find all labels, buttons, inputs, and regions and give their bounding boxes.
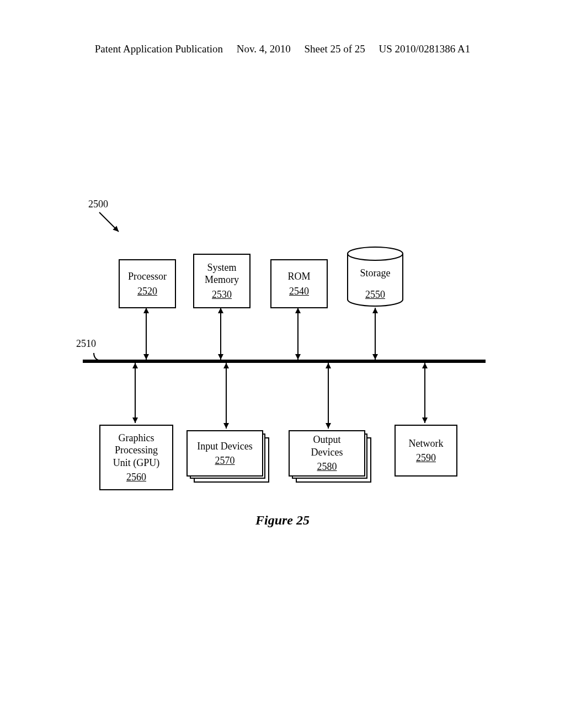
system-memory-box: System Memory 2530	[193, 254, 250, 308]
storage-ref: 2550	[348, 289, 403, 301]
input-devices-ref: 2570	[215, 454, 235, 467]
input-devices-box: Input Devices 2570	[186, 430, 263, 477]
output-devices-box: Output Devices 2580	[289, 430, 365, 477]
network-ref: 2590	[416, 452, 436, 464]
system-memory-label1: System	[207, 261, 236, 274]
gpu-ref: 2560	[126, 471, 146, 484]
network-label: Network	[409, 437, 444, 450]
output-devices-label1: Output	[313, 433, 340, 446]
gpu-box: Graphics Processing Unit (GPU) 2560	[99, 425, 173, 490]
diagram-svg	[0, 0, 565, 728]
svg-line-0	[99, 212, 119, 232]
processor-label: Processor	[128, 270, 167, 283]
processor-ref: 2520	[137, 285, 157, 298]
rom-box: ROM 2540	[270, 259, 328, 308]
storage-label: Storage	[348, 267, 403, 279]
output-devices-ref: 2580	[317, 461, 337, 473]
gpu-label1: Graphics	[119, 432, 154, 445]
gpu-label3: Unit (GPU)	[113, 457, 160, 469]
figure-caption: Figure 25	[0, 513, 565, 528]
input-devices-label: Input Devices	[197, 440, 252, 453]
network-box: Network 2590	[395, 425, 457, 477]
output-devices-label2: Devices	[311, 446, 343, 459]
page: Patent Application Publication Nov. 4, 2…	[0, 0, 565, 728]
system-memory-label2: Memory	[205, 274, 239, 286]
system-memory-ref: 2530	[212, 288, 232, 301]
gpu-label2: Processing	[115, 444, 158, 457]
rom-ref: 2540	[289, 285, 309, 298]
processor-box: Processor 2520	[119, 259, 176, 308]
rom-label: ROM	[287, 270, 310, 283]
